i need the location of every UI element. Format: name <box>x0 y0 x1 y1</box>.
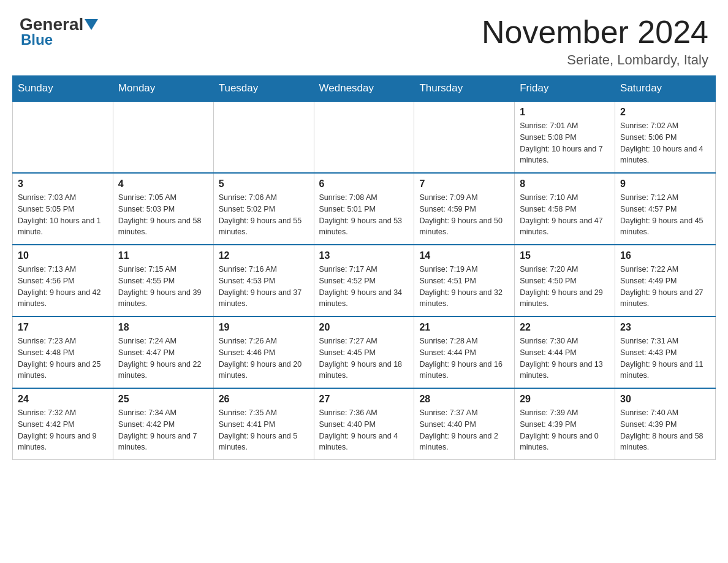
day-cell: 23Sunrise: 7:31 AMSunset: 4:43 PMDayligh… <box>615 316 716 388</box>
day-cell: 24Sunrise: 7:32 AMSunset: 4:42 PMDayligh… <box>13 388 113 460</box>
day-info: Sunrise: 7:26 AMSunset: 4:46 PMDaylight:… <box>219 335 309 381</box>
day-info: Sunrise: 7:05 AMSunset: 5:03 PMDaylight:… <box>118 192 208 238</box>
day-cell: 26Sunrise: 7:35 AMSunset: 4:41 PMDayligh… <box>213 388 314 460</box>
day-cell: 20Sunrise: 7:27 AMSunset: 4:45 PMDayligh… <box>314 316 414 388</box>
day-cell: 28Sunrise: 7:37 AMSunset: 4:40 PMDayligh… <box>414 388 515 460</box>
day-number: 20 <box>319 322 409 333</box>
week-row-4: 17Sunrise: 7:23 AMSunset: 4:48 PMDayligh… <box>13 316 716 388</box>
day-number: 8 <box>520 178 610 190</box>
day-number: 10 <box>18 250 108 261</box>
days-of-week-row: SundayMondayTuesdayWednesdayThursdayFrid… <box>13 76 716 102</box>
day-cell: 13Sunrise: 7:17 AMSunset: 4:52 PMDayligh… <box>314 245 414 316</box>
day-cell: 5Sunrise: 7:06 AMSunset: 5:02 PMDaylight… <box>213 173 314 245</box>
day-cell <box>213 101 314 173</box>
day-number: 30 <box>620 394 710 405</box>
day-number: 12 <box>219 250 309 261</box>
day-cell: 3Sunrise: 7:03 AMSunset: 5:05 PMDaylight… <box>13 173 113 245</box>
day-header-wednesday: Wednesday <box>314 76 414 102</box>
day-number: 3 <box>18 178 108 190</box>
day-cell: 29Sunrise: 7:39 AMSunset: 4:39 PMDayligh… <box>515 388 615 460</box>
day-cell: 15Sunrise: 7:20 AMSunset: 4:50 PMDayligh… <box>515 245 615 316</box>
day-info: Sunrise: 7:40 AMSunset: 4:39 PMDaylight:… <box>620 407 710 453</box>
day-info: Sunrise: 7:30 AMSunset: 4:44 PMDaylight:… <box>520 335 610 381</box>
day-info: Sunrise: 7:20 AMSunset: 4:50 PMDaylight:… <box>520 264 610 310</box>
day-header-thursday: Thursday <box>414 76 515 102</box>
day-cell: 1Sunrise: 7:01 AMSunset: 5:08 PMDaylight… <box>515 101 615 173</box>
day-cell <box>414 101 515 173</box>
day-info: Sunrise: 7:39 AMSunset: 4:39 PMDaylight:… <box>520 407 610 453</box>
day-cell <box>113 101 213 173</box>
day-cell: 27Sunrise: 7:36 AMSunset: 4:40 PMDayligh… <box>314 388 414 460</box>
day-info: Sunrise: 7:34 AMSunset: 4:42 PMDaylight:… <box>118 407 208 453</box>
day-info: Sunrise: 7:16 AMSunset: 4:53 PMDaylight:… <box>219 264 309 310</box>
day-info: Sunrise: 7:35 AMSunset: 4:41 PMDaylight:… <box>219 407 309 453</box>
day-info: Sunrise: 7:32 AMSunset: 4:42 PMDaylight:… <box>18 407 108 453</box>
day-cell: 10Sunrise: 7:13 AMSunset: 4:56 PMDayligh… <box>13 245 113 316</box>
day-cell: 30Sunrise: 7:40 AMSunset: 4:39 PMDayligh… <box>615 388 716 460</box>
day-number: 22 <box>520 322 610 333</box>
logo-triangle-icon <box>85 19 98 30</box>
day-info: Sunrise: 7:13 AMSunset: 4:56 PMDaylight:… <box>18 264 108 310</box>
page-header: General Blue November 2024 Seriate, Lomb… <box>0 0 728 75</box>
calendar-subtitle: Seriate, Lombardy, Italy <box>482 52 708 68</box>
day-info: Sunrise: 7:10 AMSunset: 4:58 PMDaylight:… <box>520 192 610 238</box>
calendar-header: SundayMondayTuesdayWednesdayThursdayFrid… <box>13 76 716 102</box>
day-cell: 9Sunrise: 7:12 AMSunset: 4:57 PMDaylight… <box>615 173 716 245</box>
day-header-saturday: Saturday <box>615 76 716 102</box>
day-number: 25 <box>118 394 208 405</box>
day-cell: 11Sunrise: 7:15 AMSunset: 4:55 PMDayligh… <box>113 245 213 316</box>
day-number: 29 <box>520 394 610 405</box>
day-number: 28 <box>419 394 509 405</box>
day-number: 21 <box>419 322 509 333</box>
week-row-5: 24Sunrise: 7:32 AMSunset: 4:42 PMDayligh… <box>13 388 716 460</box>
day-number: 14 <box>419 250 509 261</box>
day-number: 11 <box>118 250 208 261</box>
day-info: Sunrise: 7:12 AMSunset: 4:57 PMDaylight:… <box>620 192 710 238</box>
day-info: Sunrise: 7:28 AMSunset: 4:44 PMDaylight:… <box>419 335 509 381</box>
day-cell <box>314 101 414 173</box>
day-cell: 17Sunrise: 7:23 AMSunset: 4:48 PMDayligh… <box>13 316 113 388</box>
day-cell: 7Sunrise: 7:09 AMSunset: 4:59 PMDaylight… <box>414 173 515 245</box>
week-row-2: 3Sunrise: 7:03 AMSunset: 5:05 PMDaylight… <box>13 173 716 245</box>
day-info: Sunrise: 7:23 AMSunset: 4:48 PMDaylight:… <box>18 335 108 381</box>
day-info: Sunrise: 7:01 AMSunset: 5:08 PMDaylight:… <box>520 120 610 166</box>
logo: General Blue <box>20 15 98 48</box>
day-number: 5 <box>219 178 309 190</box>
day-number: 4 <box>118 178 208 190</box>
day-cell: 16Sunrise: 7:22 AMSunset: 4:49 PMDayligh… <box>615 245 716 316</box>
day-cell: 12Sunrise: 7:16 AMSunset: 4:53 PMDayligh… <box>213 245 314 316</box>
day-number: 23 <box>620 322 710 333</box>
day-cell: 18Sunrise: 7:24 AMSunset: 4:47 PMDayligh… <box>113 316 213 388</box>
day-header-tuesday: Tuesday <box>213 76 314 102</box>
day-header-monday: Monday <box>113 76 213 102</box>
day-number: 26 <box>219 394 309 405</box>
day-info: Sunrise: 7:03 AMSunset: 5:05 PMDaylight:… <box>18 192 108 238</box>
week-row-3: 10Sunrise: 7:13 AMSunset: 4:56 PMDayligh… <box>13 245 716 316</box>
day-cell: 14Sunrise: 7:19 AMSunset: 4:51 PMDayligh… <box>414 245 515 316</box>
day-info: Sunrise: 7:24 AMSunset: 4:47 PMDaylight:… <box>118 335 208 381</box>
day-cell: 6Sunrise: 7:08 AMSunset: 5:01 PMDaylight… <box>314 173 414 245</box>
svg-marker-0 <box>85 19 98 30</box>
day-header-friday: Friday <box>515 76 615 102</box>
day-info: Sunrise: 7:36 AMSunset: 4:40 PMDaylight:… <box>319 407 409 453</box>
day-info: Sunrise: 7:31 AMSunset: 4:43 PMDaylight:… <box>620 335 710 381</box>
calendar-title: November 2024 <box>482 15 708 50</box>
day-number: 17 <box>18 322 108 333</box>
title-area: November 2024 Seriate, Lombardy, Italy <box>482 15 708 68</box>
day-number: 19 <box>219 322 309 333</box>
day-number: 9 <box>620 178 710 190</box>
day-cell: 8Sunrise: 7:10 AMSunset: 4:58 PMDaylight… <box>515 173 615 245</box>
day-cell: 2Sunrise: 7:02 AMSunset: 5:06 PMDaylight… <box>615 101 716 173</box>
day-number: 24 <box>18 394 108 405</box>
day-info: Sunrise: 7:15 AMSunset: 4:55 PMDaylight:… <box>118 264 208 310</box>
day-number: 7 <box>419 178 509 190</box>
day-info: Sunrise: 7:09 AMSunset: 4:59 PMDaylight:… <box>419 192 509 238</box>
calendar-body: 1Sunrise: 7:01 AMSunset: 5:08 PMDaylight… <box>13 101 716 460</box>
day-info: Sunrise: 7:19 AMSunset: 4:51 PMDaylight:… <box>419 264 509 310</box>
day-cell: 21Sunrise: 7:28 AMSunset: 4:44 PMDayligh… <box>414 316 515 388</box>
day-number: 1 <box>520 107 610 118</box>
day-info: Sunrise: 7:22 AMSunset: 4:49 PMDaylight:… <box>620 264 710 310</box>
day-header-sunday: Sunday <box>13 76 113 102</box>
day-cell: 4Sunrise: 7:05 AMSunset: 5:03 PMDaylight… <box>113 173 213 245</box>
day-cell: 19Sunrise: 7:26 AMSunset: 4:46 PMDayligh… <box>213 316 314 388</box>
